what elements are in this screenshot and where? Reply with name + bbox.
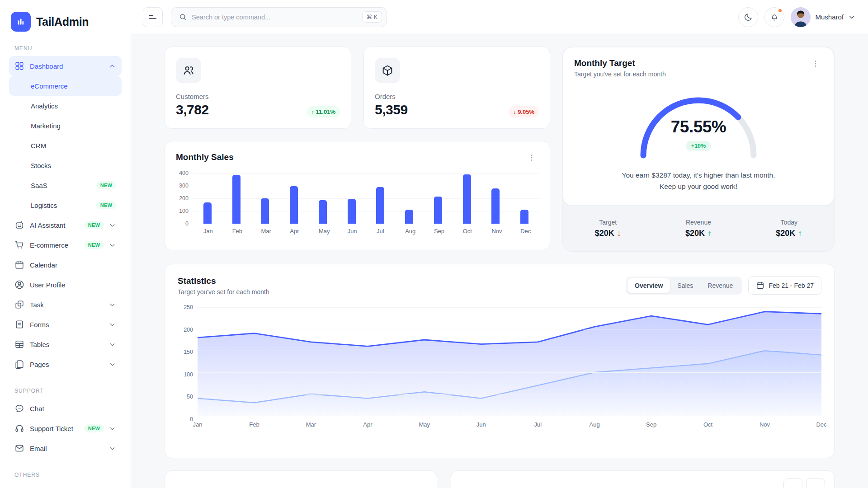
sidebar-item-user-profile[interactable]: User Profile [9,275,122,295]
sidebar-section-label: MENU [9,45,122,52]
metric-value: 5,359 [375,102,408,117]
tab-overview[interactable]: Overview [627,278,670,293]
monthly-sales-chart: 4003002001000 [176,173,539,224]
sidebar-item-meta [108,321,116,328]
sidebar-item-pages[interactable]: Pages [9,354,122,374]
y-tick-label: 100 [184,371,193,378]
x-tick-label: Jul [534,421,542,428]
task-icon [14,300,24,310]
sidebar-item-label: Support Ticket [30,425,73,432]
date-range-button[interactable]: Feb 21 - Feb 27 [748,276,821,295]
bell-icon [770,13,779,22]
statistics-card: Statistics Target you've set for each mo… [165,264,835,458]
sidebar-subitem-stocks[interactable]: Stocks [9,155,122,175]
monthly-target-subtitle: Target you've set for each month [574,70,666,78]
sidebar-subitem-saas[interactable]: SaaSNEW [9,175,122,195]
sidebar-subitem-label: eCommerce [31,82,68,90]
area-chart-svg [198,307,821,416]
metric-card-customers: Customers3,782↑ 11.01% [165,47,351,129]
sidebar-item-calendar[interactable]: Calendar [9,255,122,275]
sidebar-subitem-ecommerce[interactable]: eCommerce [9,76,122,96]
gridline [198,394,821,394]
x-tick-label: Jan [193,421,203,428]
dark-mode-toggle[interactable] [738,7,758,27]
statistics-title: Statistics [178,276,269,286]
sidebar-item-ai-assistant[interactable]: AI AssistantNEW [9,215,122,235]
gridline [198,416,821,416]
sidebar-item-e-commerce[interactable]: E-commerceNEW [9,235,122,255]
sidebar-subitem-label: CRM [31,142,46,150]
sidebar-item-label: Chat [30,405,44,413]
sidebar-item-meta [108,341,116,348]
sidebar-subitem-analytics[interactable]: Analytics [9,96,122,116]
sidebar-item-email[interactable]: Email [9,438,122,458]
x-tick-label: Apr [363,421,372,428]
sidebar-item-label: Email [30,445,47,452]
main-column: ⌘ K [131,0,868,488]
search-input[interactable] [192,14,358,21]
statistics-tabs: OverviewSalesRevenue [626,277,742,295]
user-name: Musharof [815,13,844,21]
sidebar-subitem-marketing[interactable]: Marketing [9,116,122,136]
sidebar: TailAdmin MENUDashboardeCommerceAnalytic… [0,0,131,488]
kebab-icon [811,59,820,68]
grid-icon [14,61,24,71]
target-stat-label: Revenue [685,219,712,226]
chevron-down-icon [108,425,116,432]
x-tick-label: Sep [434,228,442,235]
x-tick-label: Dec [520,228,528,235]
gridline [193,186,539,186]
bottom-left-card [165,470,437,488]
y-tick-label: 250 [184,304,193,310]
sidebar-item-forms[interactable]: Forms [9,314,122,334]
tab-revenue[interactable]: Revenue [700,278,740,293]
y-tick-label: 100 [179,208,189,214]
x-tick-label: Feb [232,228,241,235]
dashboard-content: Customers3,782↑ 11.01%Orders5,359↓ 9.05%… [131,34,868,488]
target-message: You earn $3287 today, it's higher than l… [574,170,823,192]
bottom-cards-row [165,470,835,488]
target-stats-row: Target$20K↓Revenue$20K↑Today$20K↑ [563,206,834,251]
sidebar-toggle-button[interactable] [143,7,163,27]
user-menu[interactable]: Musharof [791,7,855,27]
sidebar-subitem-logistics[interactable]: LogisticsNEW [9,195,122,215]
sidebar-item-meta [108,62,116,70]
monthly-sales-menu-button[interactable] [524,152,539,165]
pages-icon [14,359,24,369]
brand-name: TailAdmin [36,15,89,28]
bar-sep [434,197,442,224]
sidebar-subitem-crm[interactable]: CRM [9,136,122,155]
brand-logo[interactable]: TailAdmin [9,0,122,32]
chevron-down-icon [108,361,116,368]
gridline [198,351,821,351]
search-box[interactable]: ⌘ K [171,7,387,27]
card-action-button[interactable] [783,478,802,488]
sidebar-item-label: Forms [30,321,49,328]
sidebar-item-task[interactable]: Task [9,295,122,314]
tab-sales[interactable]: Sales [670,278,700,293]
sidebar-item-tables[interactable]: Tables [9,334,122,354]
y-tick-label: 300 [179,183,189,189]
bar-aug [405,210,413,224]
card-action-button[interactable] [806,478,825,488]
sidebar-item-support-ticket[interactable]: Support TicketNEW [9,418,122,438]
sidebar-item-dashboard[interactable]: Dashboard [9,56,122,76]
bar-oct [463,174,471,224]
gridline [198,372,821,373]
x-tick-label: Sep [646,421,656,428]
area-chart-yaxis: 250200150100500 [178,307,198,419]
new-badge: NEW [84,241,104,249]
forms-icon [14,319,24,329]
sidebar-item-meta: NEW [84,221,116,229]
arrow-down-icon: ↓ [617,229,621,238]
robot-icon [14,220,24,230]
sidebar-item-label: Task [30,301,44,309]
bar-jun [348,199,356,224]
notifications-button[interactable] [764,7,784,27]
target-stat-target: Target$20K↓ [595,219,621,238]
new-badge: NEW [84,221,104,229]
sidebar-item-meta [108,361,116,368]
monthly-target-menu-button[interactable] [808,58,823,71]
x-tick-label: Oct [703,421,712,428]
sidebar-item-chat[interactable]: Chat [9,399,122,418]
